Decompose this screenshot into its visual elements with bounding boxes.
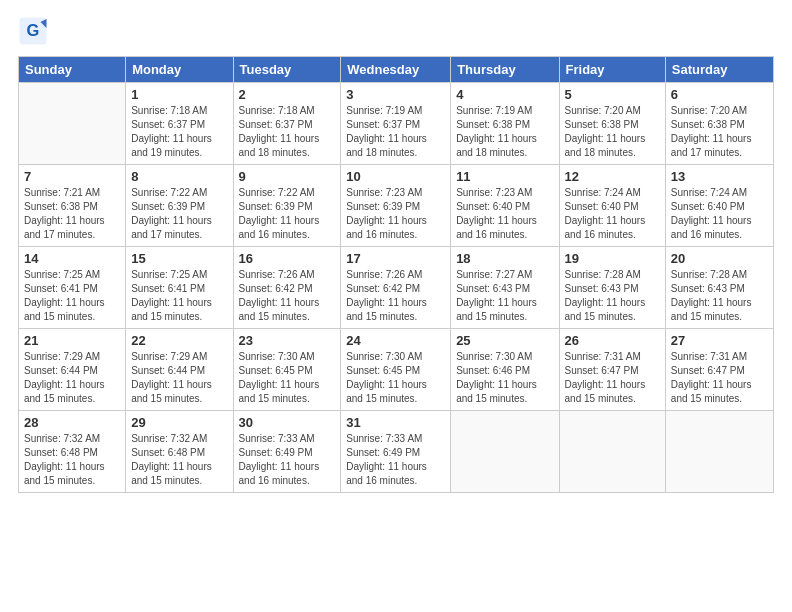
calendar-cell [559,411,665,493]
calendar-cell: 21Sunrise: 7:29 AMSunset: 6:44 PMDayligh… [19,329,126,411]
calendar-cell: 28Sunrise: 7:32 AMSunset: 6:48 PMDayligh… [19,411,126,493]
calendar-body: 1Sunrise: 7:18 AMSunset: 6:37 PMDaylight… [19,83,774,493]
day-number: 1 [131,87,227,102]
day-info: Sunrise: 7:27 AMSunset: 6:43 PMDaylight:… [456,268,553,324]
calendar-weekday-sunday: Sunday [19,57,126,83]
calendar-week-row: 7Sunrise: 7:21 AMSunset: 6:38 PMDaylight… [19,165,774,247]
day-number: 10 [346,169,445,184]
day-info: Sunrise: 7:24 AMSunset: 6:40 PMDaylight:… [671,186,768,242]
calendar-cell: 18Sunrise: 7:27 AMSunset: 6:43 PMDayligh… [451,247,559,329]
calendar-cell: 2Sunrise: 7:18 AMSunset: 6:37 PMDaylight… [233,83,341,165]
day-info: Sunrise: 7:29 AMSunset: 6:44 PMDaylight:… [24,350,120,406]
calendar-cell: 20Sunrise: 7:28 AMSunset: 6:43 PMDayligh… [665,247,773,329]
day-info: Sunrise: 7:32 AMSunset: 6:48 PMDaylight:… [24,432,120,488]
calendar-cell: 15Sunrise: 7:25 AMSunset: 6:41 PMDayligh… [126,247,233,329]
day-number: 6 [671,87,768,102]
day-number: 12 [565,169,660,184]
calendar-weekday-thursday: Thursday [451,57,559,83]
calendar-weekday-monday: Monday [126,57,233,83]
calendar-cell: 22Sunrise: 7:29 AMSunset: 6:44 PMDayligh… [126,329,233,411]
calendar-cell [19,83,126,165]
day-number: 16 [239,251,336,266]
day-info: Sunrise: 7:25 AMSunset: 6:41 PMDaylight:… [24,268,120,324]
calendar-cell: 16Sunrise: 7:26 AMSunset: 6:42 PMDayligh… [233,247,341,329]
day-number: 27 [671,333,768,348]
day-number: 30 [239,415,336,430]
calendar-cell: 26Sunrise: 7:31 AMSunset: 6:47 PMDayligh… [559,329,665,411]
calendar-cell: 31Sunrise: 7:33 AMSunset: 6:49 PMDayligh… [341,411,451,493]
logo: G [18,16,50,46]
day-number: 28 [24,415,120,430]
day-info: Sunrise: 7:19 AMSunset: 6:37 PMDaylight:… [346,104,445,160]
calendar-week-row: 14Sunrise: 7:25 AMSunset: 6:41 PMDayligh… [19,247,774,329]
day-info: Sunrise: 7:18 AMSunset: 6:37 PMDaylight:… [131,104,227,160]
day-number: 24 [346,333,445,348]
svg-text:G: G [27,21,40,39]
day-info: Sunrise: 7:28 AMSunset: 6:43 PMDaylight:… [565,268,660,324]
day-number: 2 [239,87,336,102]
calendar-cell: 11Sunrise: 7:23 AMSunset: 6:40 PMDayligh… [451,165,559,247]
calendar-cell: 27Sunrise: 7:31 AMSunset: 6:47 PMDayligh… [665,329,773,411]
day-number: 23 [239,333,336,348]
day-number: 29 [131,415,227,430]
day-info: Sunrise: 7:26 AMSunset: 6:42 PMDaylight:… [346,268,445,324]
day-info: Sunrise: 7:23 AMSunset: 6:39 PMDaylight:… [346,186,445,242]
day-info: Sunrise: 7:22 AMSunset: 6:39 PMDaylight:… [239,186,336,242]
calendar-cell: 14Sunrise: 7:25 AMSunset: 6:41 PMDayligh… [19,247,126,329]
calendar-weekday-friday: Friday [559,57,665,83]
day-info: Sunrise: 7:31 AMSunset: 6:47 PMDaylight:… [671,350,768,406]
calendar-week-row: 21Sunrise: 7:29 AMSunset: 6:44 PMDayligh… [19,329,774,411]
day-number: 5 [565,87,660,102]
calendar-week-row: 1Sunrise: 7:18 AMSunset: 6:37 PMDaylight… [19,83,774,165]
calendar-cell: 1Sunrise: 7:18 AMSunset: 6:37 PMDaylight… [126,83,233,165]
day-number: 3 [346,87,445,102]
calendar-weekday-tuesday: Tuesday [233,57,341,83]
calendar-week-row: 28Sunrise: 7:32 AMSunset: 6:48 PMDayligh… [19,411,774,493]
day-info: Sunrise: 7:31 AMSunset: 6:47 PMDaylight:… [565,350,660,406]
day-info: Sunrise: 7:25 AMSunset: 6:41 PMDaylight:… [131,268,227,324]
day-info: Sunrise: 7:30 AMSunset: 6:45 PMDaylight:… [239,350,336,406]
day-info: Sunrise: 7:23 AMSunset: 6:40 PMDaylight:… [456,186,553,242]
day-number: 31 [346,415,445,430]
page-header: G [18,16,774,46]
calendar-weekday-saturday: Saturday [665,57,773,83]
calendar-cell: 24Sunrise: 7:30 AMSunset: 6:45 PMDayligh… [341,329,451,411]
day-number: 22 [131,333,227,348]
calendar-cell: 19Sunrise: 7:28 AMSunset: 6:43 PMDayligh… [559,247,665,329]
calendar-weekday-wednesday: Wednesday [341,57,451,83]
day-info: Sunrise: 7:33 AMSunset: 6:49 PMDaylight:… [239,432,336,488]
calendar-header-row: SundayMondayTuesdayWednesdayThursdayFrid… [19,57,774,83]
calendar-cell: 10Sunrise: 7:23 AMSunset: 6:39 PMDayligh… [341,165,451,247]
day-number: 25 [456,333,553,348]
day-number: 26 [565,333,660,348]
day-info: Sunrise: 7:18 AMSunset: 6:37 PMDaylight:… [239,104,336,160]
calendar-cell: 3Sunrise: 7:19 AMSunset: 6:37 PMDaylight… [341,83,451,165]
day-info: Sunrise: 7:30 AMSunset: 6:46 PMDaylight:… [456,350,553,406]
calendar-cell: 25Sunrise: 7:30 AMSunset: 6:46 PMDayligh… [451,329,559,411]
calendar-cell: 29Sunrise: 7:32 AMSunset: 6:48 PMDayligh… [126,411,233,493]
day-number: 18 [456,251,553,266]
day-number: 19 [565,251,660,266]
calendar-cell: 13Sunrise: 7:24 AMSunset: 6:40 PMDayligh… [665,165,773,247]
day-number: 9 [239,169,336,184]
day-number: 15 [131,251,227,266]
day-info: Sunrise: 7:20 AMSunset: 6:38 PMDaylight:… [671,104,768,160]
day-number: 17 [346,251,445,266]
day-info: Sunrise: 7:33 AMSunset: 6:49 PMDaylight:… [346,432,445,488]
calendar-cell: 17Sunrise: 7:26 AMSunset: 6:42 PMDayligh… [341,247,451,329]
day-info: Sunrise: 7:24 AMSunset: 6:40 PMDaylight:… [565,186,660,242]
calendar-cell: 6Sunrise: 7:20 AMSunset: 6:38 PMDaylight… [665,83,773,165]
calendar-cell: 9Sunrise: 7:22 AMSunset: 6:39 PMDaylight… [233,165,341,247]
day-number: 4 [456,87,553,102]
day-info: Sunrise: 7:21 AMSunset: 6:38 PMDaylight:… [24,186,120,242]
day-number: 8 [131,169,227,184]
calendar-cell: 8Sunrise: 7:22 AMSunset: 6:39 PMDaylight… [126,165,233,247]
calendar-cell: 5Sunrise: 7:20 AMSunset: 6:38 PMDaylight… [559,83,665,165]
day-info: Sunrise: 7:22 AMSunset: 6:39 PMDaylight:… [131,186,227,242]
calendar-cell [665,411,773,493]
calendar-cell: 23Sunrise: 7:30 AMSunset: 6:45 PMDayligh… [233,329,341,411]
day-info: Sunrise: 7:30 AMSunset: 6:45 PMDaylight:… [346,350,445,406]
calendar-cell: 30Sunrise: 7:33 AMSunset: 6:49 PMDayligh… [233,411,341,493]
day-number: 20 [671,251,768,266]
calendar-cell [451,411,559,493]
